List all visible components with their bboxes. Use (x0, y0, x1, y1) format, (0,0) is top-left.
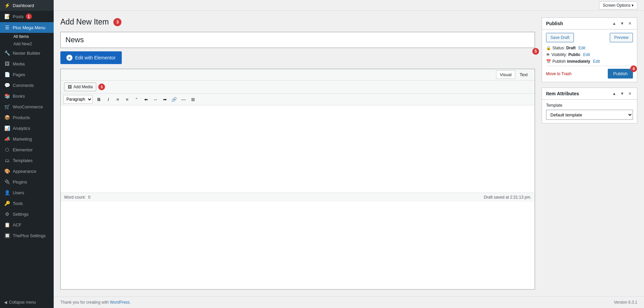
blockquote-button[interactable]: " (132, 95, 141, 104)
sidebar-item-nexter-builder[interactable]: 🔧 Nexter Builder (0, 48, 54, 58)
visibility-label: Visibility: (551, 52, 567, 57)
sidebar-item-templates[interactable]: 🗂 Templates (0, 155, 54, 166)
visibility-value: Public (568, 52, 580, 57)
publish-box-title: Publish (546, 21, 563, 26)
add-media-button[interactable]: 🖼 Add Media (64, 83, 96, 91)
publish-box-collapse-down[interactable]: ▼ (619, 20, 626, 27)
sidebar-item-products[interactable]: 📦 Products (0, 112, 54, 123)
sidebar: ⚡ Dashboard 📝 Posts 1 ☰ Plus Mega Menu A… (0, 0, 54, 308)
products-icon: 📦 (4, 115, 10, 120)
publish-time-edit-link[interactable]: Edit (593, 59, 600, 64)
preview-button[interactable]: Preview (610, 33, 633, 42)
main-area: Screen Options ▾ Add New Item 3 e Edit w… (54, 0, 644, 308)
publish-time-label: Publish (552, 59, 566, 64)
publish-actions: Save Draft Preview (546, 33, 633, 42)
sidebar-item-posts[interactable]: 📝 Posts 1 (0, 11, 54, 22)
item-attrs-close[interactable]: ✕ (627, 91, 633, 97)
mega-menu-icon: ☰ (4, 25, 10, 30)
sidebar-item-analytics[interactable]: 📊 Analytics (0, 123, 54, 134)
post-title-input[interactable] (60, 32, 535, 48)
move-to-trash-link[interactable]: Move to Trash (546, 71, 572, 76)
sidebar-item-label: Settings (13, 212, 29, 217)
table-button[interactable]: ⊞ (189, 95, 197, 104)
books-icon: 📚 (4, 93, 10, 99)
collapse-menu[interactable]: ◀ Collapse menu (0, 297, 54, 308)
paragraph-format-select[interactable]: Paragraph Heading 1 Heading 2 Heading 3 (63, 95, 93, 104)
screen-options-button[interactable]: Screen Options ▾ (599, 1, 637, 9)
sidebar-item-elementor[interactable]: ⬡ Elementor (0, 144, 54, 155)
step-badge-4: 4 (630, 65, 637, 72)
sidebar-sub-all-items[interactable]: All Items (0, 33, 54, 40)
dashboard-icon: ⚡ (4, 3, 10, 8)
nexter-builder-icon: 🔧 (4, 50, 10, 56)
item-attrs-collapse-up[interactable]: ▲ (611, 91, 618, 97)
sidebar-item-marketing[interactable]: 📣 Marketing (0, 134, 54, 144)
status-edit-link[interactable]: Edit (578, 46, 585, 50)
elementor-btn-wrapper: e Edit with Elementor 5 (60, 51, 535, 69)
sidebar-item-dashboard[interactable]: ⚡ Dashboard (0, 0, 54, 11)
editor-tabs-right: Visual Text (496, 70, 531, 79)
bold-button[interactable]: B (95, 95, 103, 104)
wordpress-link[interactable]: WordPress (110, 300, 129, 305)
sidebar-item-woocommerce[interactable]: 🛒 WooCommerce (0, 101, 54, 112)
ordered-list-button[interactable]: ≡ (123, 95, 131, 104)
sidebar-item-settings[interactable]: ⚙ Settings (0, 209, 54, 219)
page-title-bar: Add New Item 3 (60, 17, 535, 27)
sidebar-item-label: Tools (13, 201, 23, 206)
status-row: 🔒 Status: Draft Edit (546, 46, 633, 50)
sidebar-item-appearance[interactable]: 🎨 Appearance (0, 166, 54, 176)
sidebar-item-label: Nexter Builder (13, 51, 40, 56)
pages-icon: 📄 (4, 72, 10, 77)
sidebar-item-plugins[interactable]: 🔌 Plugins (0, 176, 54, 187)
sidebar-item-label: Marketing (13, 137, 32, 142)
template-label: Template (546, 103, 633, 108)
sidebar-sub-add-new[interactable]: Add New 2 (0, 40, 54, 48)
sidebar-item-tools[interactable]: 🔑 Tools (0, 198, 54, 209)
link-button[interactable]: 🔗 (170, 95, 178, 104)
sidebar-item-label: Plugins (13, 179, 27, 185)
sidebar-sub-label: Add New (13, 42, 30, 46)
settings-icon: ⚙ (4, 211, 10, 217)
sidebar-item-media[interactable]: 🖼 Media (0, 58, 54, 69)
publish-button[interactable]: Publish (608, 69, 633, 79)
sidebar-item-label: Dashboard (13, 3, 34, 8)
elementor-btn-label: Edit with Elementor (75, 55, 116, 60)
sidebar-item-label: Media (13, 61, 24, 66)
edit-with-elementor-button[interactable]: e Edit with Elementor (60, 51, 122, 64)
theplus-icon: 🔲 (4, 233, 10, 238)
publish-meta-box-body: Save Draft Preview 🔒 Status: Draft Edit … (542, 30, 637, 82)
publish-box-close[interactable]: ✕ (627, 20, 633, 27)
sidebar-item-comments[interactable]: 💬 Comments (0, 80, 54, 91)
sidebar-item-books[interactable]: 📚 Books (0, 91, 54, 101)
sidebar-item-theplus[interactable]: 🔲 ThePlus Settings (0, 230, 54, 241)
unordered-list-button[interactable]: ≡ (113, 95, 122, 104)
publish-meta-box: Publish ▲ ▼ ✕ Save Draft Preview 🔒 Statu… (542, 17, 637, 82)
word-count-value: 0 (88, 195, 91, 200)
editor-area: Add New Item 3 e Edit with Elementor 5 (60, 17, 535, 290)
item-attrs-collapse-down[interactable]: ▼ (619, 91, 626, 97)
italic-button[interactable]: I (104, 95, 113, 104)
sidebar-item-label: ACF (13, 222, 21, 227)
visibility-edit-link[interactable]: Edit (583, 52, 590, 57)
editor-content[interactable] (61, 105, 535, 193)
calendar-icon: 📅 (546, 59, 551, 64)
sidebar-item-label: Plus Mega Menu (13, 25, 46, 30)
align-right-button[interactable]: ➡ (160, 95, 169, 104)
template-select[interactable]: Default template Full Width Blank (546, 110, 633, 120)
sidebar-item-plus-mega-menu[interactable]: ☰ Plus Mega Menu (0, 22, 54, 33)
text-tab-button[interactable]: Text (516, 70, 531, 79)
sidebar-item-users[interactable]: 👤 Users (0, 187, 54, 198)
sidebar-item-label: Appearance (13, 169, 36, 174)
publish-box-collapse-up[interactable]: ▲ (611, 20, 618, 27)
sidebar-item-pages[interactable]: 📄 Pages (0, 69, 54, 80)
save-draft-button[interactable]: Save Draft (546, 33, 574, 42)
align-center-button[interactable]: ↔ (151, 95, 160, 104)
add-media-bar: 🖼 Add Media 5 (61, 81, 535, 94)
editor-footer: Word count: 0 Draft saved at 2:31:13 pm. (61, 193, 535, 202)
right-sidebar: Publish ▲ ▼ ✕ Save Draft Preview 🔒 Statu… (542, 17, 637, 290)
horizontal-rule-button[interactable]: — (179, 95, 188, 104)
visual-tab-button[interactable]: Visual (496, 70, 515, 79)
align-left-button[interactable]: ⬅ (142, 95, 150, 104)
sidebar-item-acf[interactable]: 📋 ACF (0, 219, 54, 230)
version-text: Version 6.3.1 (614, 300, 637, 305)
